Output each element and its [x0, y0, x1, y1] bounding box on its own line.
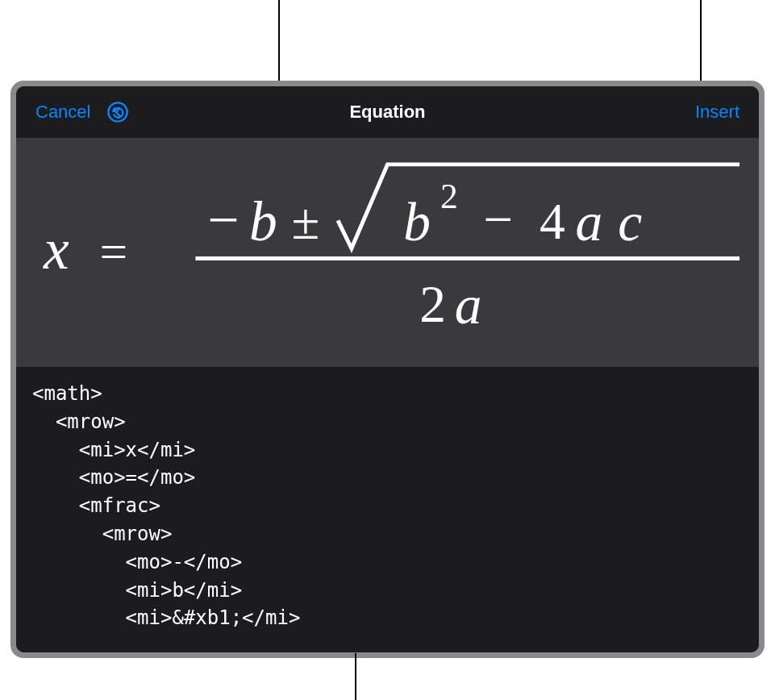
svg-text:=: =: [99, 224, 127, 279]
callout-leader-insert: [700, 0, 702, 81]
equation-code-editor[interactable]: <math> <mrow> <mi>x</mi> <mo>=</mo> <mfr…: [16, 367, 759, 652]
svg-text:b: b: [249, 190, 277, 252]
svg-text:−: −: [207, 189, 239, 251]
svg-text:c: c: [618, 192, 642, 252]
callout-leader-code: [355, 653, 356, 700]
svg-text:4: 4: [540, 193, 565, 250]
svg-text:b: b: [403, 192, 431, 252]
equation-preview: x = − b ± b 2: [16, 138, 759, 367]
cancel-button[interactable]: Cancel: [35, 102, 90, 123]
svg-text:2: 2: [419, 275, 446, 333]
undo-icon[interactable]: [106, 101, 129, 123]
svg-text:a: a: [576, 192, 603, 252]
svg-text:−: −: [484, 190, 514, 248]
insert-button[interactable]: Insert: [695, 102, 740, 123]
equation-render: x = − b ± b 2: [35, 152, 740, 352]
svg-text:2: 2: [440, 177, 458, 215]
equation-dialog: Cancel Equation Insert: [16, 86, 759, 652]
callout-leader-preview: [278, 0, 280, 81]
svg-text:x: x: [43, 217, 69, 281]
toolbar-left: Cancel: [35, 101, 129, 123]
svg-rect-3: [195, 256, 740, 260]
code-text[interactable]: <math> <mrow> <mi>x</mi> <mo>=</mo> <mfr…: [32, 380, 743, 632]
svg-text:±: ±: [291, 193, 319, 250]
equation-dialog-frame: Cancel Equation Insert: [10, 81, 765, 658]
svg-text:a: a: [455, 275, 482, 335]
dialog-toolbar: Cancel Equation Insert: [16, 86, 759, 138]
